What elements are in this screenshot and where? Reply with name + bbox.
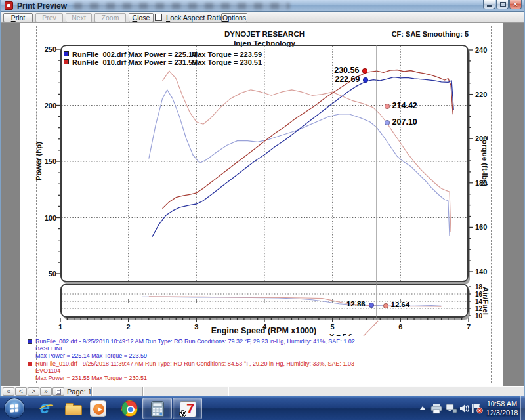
taskbar-item-winpep-dyno[interactable]: 7 [173,398,202,419]
last-page-button[interactable]: » [40,387,52,396]
previous-page-button[interactable]: < [15,387,27,396]
axis-tick-label: 100 [29,214,56,222]
show-desktop-button[interactable] [520,396,525,420]
taskbar-item-media-player[interactable] [89,400,108,418]
legend-torque-stat: Max Torque = 230.51 [192,58,262,66]
preview-area: DYNOJET RESEARCH Injen Technology CF: SA… [1,23,524,386]
clock-time: 10:58 AM [483,399,521,408]
axis-tick-label: 2 [122,323,135,331]
media-player-icon [90,400,106,417]
minimize-icon [487,5,492,7]
redacted-title-text [74,3,290,9]
series-runfile-002-torque [149,90,450,236]
page-indicator: Page: 1 [67,388,92,396]
winpep-dyno-icon: 7 [180,401,196,417]
footnote-line: Max Power = 231.55 Max Torque = 230.51 [35,375,147,381]
minimize-button[interactable] [483,0,495,9]
lock-aspect-ratio-label: Lock Aspect Ratio [166,14,224,22]
tray-printer[interactable] [430,403,442,417]
left-margin-guide [36,26,37,383]
axis-tick-label: 16 [475,291,482,298]
axis-tick-label: 160 [475,223,487,231]
options-button[interactable]: Options [221,13,247,22]
cursor-marker-dot [369,303,374,308]
close-preview-button[interactable]: Close [129,13,154,22]
axis-tick-label: 1 [54,323,67,331]
tray-volume[interactable] [459,404,471,416]
export-page-button[interactable] [52,387,64,396]
printer-icon [430,403,442,414]
axis-tick-label: 250 [29,45,56,53]
footnote-swatch-blue [28,339,32,344]
cursor-marker-value: 214.42 [392,101,417,110]
legend-swatch-blue [64,51,69,56]
tray-network[interactable] [446,404,457,416]
maximize-button[interactable] [496,0,509,9]
first-page-button[interactable]: « [3,387,14,396]
axis-tick-label: 200 [475,135,487,142]
document-icon [56,388,61,395]
chevron-up-icon [419,406,426,410]
footnote-line: RunFile_002.drf - 9/25/2018 10:49:12 AM … [35,338,355,345]
legend-file-stats: RunFile_010.drf Max Power = 231.55 [72,58,196,66]
clock-date: 12/3/2018 [483,408,521,417]
taskbar-item-internet-explorer[interactable]: e [38,400,56,418]
close-window-button[interactable]: × [509,0,522,9]
axis-tick-label: 7 [462,323,475,331]
chrome-icon [121,400,138,417]
cursor-marker-value: 222.69 [307,75,360,84]
tray-expand-button[interactable] [419,406,426,410]
volume-icon [459,404,471,413]
close-icon: × [510,0,521,9]
axis-tick-label: 180 [475,179,487,187]
print-preview-window: Print Preview × Print Prev Next Zoom Out… [0,0,525,396]
series-runfile-010-power [163,70,453,209]
taskbar-item-calculator[interactable] [142,398,172,419]
toolbar: Print Prev Next Zoom Out Close Lock Aspe… [1,12,524,23]
next-page-nav-button[interactable]: > [28,387,39,396]
network-icon [446,404,457,413]
zoom-out-button[interactable]: Zoom Out [94,13,126,22]
tray-action-center[interactable] [471,403,483,417]
cursor-marker-value: 12.86 [313,300,366,308]
window-title: Print Preview [17,1,67,10]
calculator-icon [151,401,164,417]
windows-logo-icon [10,404,19,413]
screen: Print Preview × Print Prev Next Zoom Out… [0,0,525,420]
axis-tick-label: 10 [475,312,482,320]
statusbar: « < > » Page: 1 [1,386,524,396]
footnote-line: BASELINE [35,345,64,352]
axis-tick-label: 140 [475,268,487,276]
cursor-position-label: X = 5.6 [329,330,375,336]
footnote-line: Max Power = 225.14 Max Torque = 223.59 [35,352,147,359]
axis-tick-label: 6 [394,323,407,331]
cursor-marker-dot [385,120,390,125]
soccer-ball-icon [179,410,186,417]
axis-tick-label: 14 [475,298,482,305]
axis-tick-label: 200 [29,102,56,110]
action-center-flag-icon [471,403,483,414]
statusbar-separator [228,387,229,396]
axis-tick-label: 18 [475,284,482,291]
footnote-swatch-red [28,362,32,366]
cursor-marker-value: 12.64 [391,301,410,308]
lock-aspect-ratio-checkbox[interactable] [155,14,162,21]
taskbar-item-chrome[interactable] [121,400,139,418]
axis-tick-label: 50 [29,270,56,278]
app-icon [5,1,13,10]
torque-axis-title: Torque (ft-lbs) [480,116,489,207]
taskbar-item-explorer[interactable] [64,400,83,418]
titlebar[interactable]: Print Preview × [1,0,524,12]
tray-clock[interactable]: 10:58 AM 12/3/2018 [483,399,521,417]
legend-torque-stat: Max Torque = 223.59 [192,51,262,58]
next-page-button[interactable]: Next [66,13,92,22]
cursor-marker-value: 230.56 [306,66,359,75]
footnote-line: RunFile_010.drf - 9/25/2018 11:39:47 AM … [35,360,354,367]
statusbar-separator [91,387,93,396]
axis-tick-label: 150 [29,158,56,165]
cursor-marker-value: 207.10 [392,117,417,127]
prev-page-button[interactable]: Prev [35,13,63,22]
start-button[interactable] [4,398,25,419]
maximize-icon [500,2,506,7]
print-button[interactable]: Print [3,13,33,22]
